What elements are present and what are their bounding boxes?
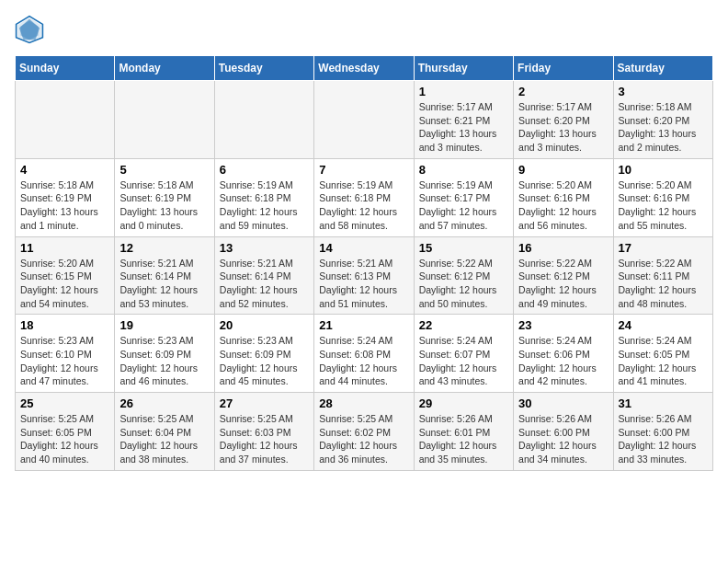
day-number: 27: [220, 396, 309, 410]
day-number: 5: [119, 163, 209, 177]
header-row: SundayMondayTuesdayWednesdayThursdayFrid…: [16, 56, 713, 81]
day-number: 7: [319, 163, 408, 177]
day-info: Sunrise: 5:20 AM Sunset: 6:15 PM Dayligh…: [20, 257, 109, 311]
day-number: 9: [518, 163, 608, 177]
day-cell: 5Sunrise: 5:18 AM Sunset: 6:19 PM Daylig…: [115, 158, 214, 236]
day-cell: 13Sunrise: 5:21 AM Sunset: 6:14 PM Dayli…: [214, 236, 313, 315]
day-cell: 31Sunrise: 5:26 AM Sunset: 6:00 PM Dayli…: [613, 393, 712, 471]
day-info: Sunrise: 5:21 AM Sunset: 6:13 PM Dayligh…: [319, 257, 408, 311]
week-row-3: 11Sunrise: 5:20 AM Sunset: 6:15 PM Dayli…: [16, 236, 713, 315]
day-info: Sunrise: 5:24 AM Sunset: 6:05 PM Dayligh…: [619, 334, 708, 388]
day-number: 6: [220, 163, 309, 177]
day-cell: 24Sunrise: 5:24 AM Sunset: 6:05 PM Dayli…: [613, 315, 712, 393]
day-number: 20: [220, 318, 309, 332]
day-number: 28: [319, 396, 408, 410]
day-cell: 22Sunrise: 5:24 AM Sunset: 6:07 PM Dayli…: [414, 315, 513, 393]
logo: [15, 15, 50, 44]
header-cell-tuesday: Tuesday: [214, 56, 313, 81]
day-info: Sunrise: 5:17 AM Sunset: 6:21 PM Dayligh…: [419, 100, 508, 155]
day-cell: 21Sunrise: 5:24 AM Sunset: 6:08 PM Dayli…: [314, 315, 414, 393]
day-info: Sunrise: 5:24 AM Sunset: 6:07 PM Dayligh…: [419, 334, 508, 388]
day-info: Sunrise: 5:19 AM Sunset: 6:18 PM Dayligh…: [220, 178, 309, 233]
day-number: 8: [419, 163, 508, 177]
day-info: Sunrise: 5:18 AM Sunset: 6:20 PM Dayligh…: [619, 100, 708, 155]
day-cell: 4Sunrise: 5:18 AM Sunset: 6:19 PM Daylig…: [16, 158, 115, 236]
day-cell: 17Sunrise: 5:22 AM Sunset: 6:11 PM Dayli…: [613, 236, 712, 315]
day-number: 26: [119, 396, 209, 410]
day-info: Sunrise: 5:26 AM Sunset: 6:00 PM Dayligh…: [518, 412, 608, 466]
day-number: 19: [119, 318, 209, 332]
day-info: Sunrise: 5:17 AM Sunset: 6:20 PM Dayligh…: [518, 100, 608, 155]
day-number: 15: [419, 241, 508, 255]
day-info: Sunrise: 5:22 AM Sunset: 6:12 PM Dayligh…: [518, 257, 608, 311]
day-cell: 9Sunrise: 5:20 AM Sunset: 6:16 PM Daylig…: [514, 158, 613, 236]
day-number: 11: [20, 241, 109, 255]
day-cell: [16, 81, 115, 159]
day-cell: [115, 81, 214, 159]
day-cell: 16Sunrise: 5:22 AM Sunset: 6:12 PM Dayli…: [514, 236, 613, 315]
day-info: Sunrise: 5:18 AM Sunset: 6:19 PM Dayligh…: [20, 178, 109, 233]
week-row-1: 1Sunrise: 5:17 AM Sunset: 6:21 PM Daylig…: [16, 81, 713, 159]
day-info: Sunrise: 5:22 AM Sunset: 6:11 PM Dayligh…: [619, 257, 708, 311]
day-number: 23: [518, 318, 608, 332]
week-row-2: 4Sunrise: 5:18 AM Sunset: 6:19 PM Daylig…: [16, 158, 713, 236]
week-row-4: 18Sunrise: 5:23 AM Sunset: 6:10 PM Dayli…: [16, 315, 713, 393]
header-cell-wednesday: Wednesday: [314, 56, 414, 81]
day-number: 30: [518, 396, 608, 410]
day-info: Sunrise: 5:21 AM Sunset: 6:14 PM Dayligh…: [220, 257, 309, 311]
day-cell: 14Sunrise: 5:21 AM Sunset: 6:13 PM Dayli…: [314, 236, 414, 315]
header-cell-thursday: Thursday: [414, 56, 513, 81]
day-cell: 8Sunrise: 5:19 AM Sunset: 6:17 PM Daylig…: [414, 158, 513, 236]
day-info: Sunrise: 5:25 AM Sunset: 6:02 PM Dayligh…: [319, 412, 408, 466]
header-cell-monday: Monday: [115, 56, 214, 81]
day-cell: 2Sunrise: 5:17 AM Sunset: 6:20 PM Daylig…: [514, 81, 613, 159]
day-info: Sunrise: 5:23 AM Sunset: 6:09 PM Dayligh…: [220, 334, 309, 388]
day-cell: 27Sunrise: 5:25 AM Sunset: 6:03 PM Dayli…: [214, 393, 313, 471]
day-number: 22: [419, 318, 508, 332]
day-info: Sunrise: 5:23 AM Sunset: 6:09 PM Dayligh…: [119, 334, 209, 388]
day-cell: 20Sunrise: 5:23 AM Sunset: 6:09 PM Dayli…: [214, 315, 313, 393]
day-cell: 12Sunrise: 5:21 AM Sunset: 6:14 PM Dayli…: [115, 236, 214, 315]
day-number: 2: [518, 85, 608, 98]
day-number: 10: [619, 163, 708, 177]
day-number: 17: [619, 241, 708, 255]
day-cell: 26Sunrise: 5:25 AM Sunset: 6:04 PM Dayli…: [115, 393, 214, 471]
day-cell: [214, 81, 313, 159]
day-info: Sunrise: 5:20 AM Sunset: 6:16 PM Dayligh…: [518, 178, 608, 233]
day-cell: 18Sunrise: 5:23 AM Sunset: 6:10 PM Dayli…: [16, 315, 115, 393]
day-number: 1: [419, 85, 508, 98]
day-info: Sunrise: 5:19 AM Sunset: 6:17 PM Dayligh…: [419, 178, 508, 233]
header-cell-sunday: Sunday: [16, 56, 115, 81]
day-info: Sunrise: 5:24 AM Sunset: 6:08 PM Dayligh…: [319, 334, 408, 388]
day-number: 31: [619, 396, 708, 410]
day-info: Sunrise: 5:25 AM Sunset: 6:03 PM Dayligh…: [220, 412, 309, 466]
day-info: Sunrise: 5:19 AM Sunset: 6:18 PM Dayligh…: [319, 178, 408, 233]
calendar-body: 1Sunrise: 5:17 AM Sunset: 6:21 PM Daylig…: [16, 81, 713, 471]
day-number: 3: [619, 85, 708, 98]
week-row-5: 25Sunrise: 5:25 AM Sunset: 6:05 PM Dayli…: [16, 393, 713, 471]
day-cell: 28Sunrise: 5:25 AM Sunset: 6:02 PM Dayli…: [314, 393, 414, 471]
day-cell: [314, 81, 414, 159]
day-number: 29: [419, 396, 508, 410]
day-info: Sunrise: 5:23 AM Sunset: 6:10 PM Dayligh…: [20, 334, 109, 388]
day-cell: 7Sunrise: 5:19 AM Sunset: 6:18 PM Daylig…: [314, 158, 414, 236]
day-number: 16: [518, 241, 608, 255]
day-number: 13: [220, 241, 309, 255]
day-number: 24: [619, 318, 708, 332]
day-info: Sunrise: 5:25 AM Sunset: 6:04 PM Dayligh…: [119, 412, 209, 466]
day-number: 21: [319, 318, 408, 332]
day-cell: 6Sunrise: 5:19 AM Sunset: 6:18 PM Daylig…: [214, 158, 313, 236]
day-info: Sunrise: 5:18 AM Sunset: 6:19 PM Dayligh…: [119, 178, 209, 233]
day-info: Sunrise: 5:25 AM Sunset: 6:05 PM Dayligh…: [20, 412, 109, 466]
header-cell-saturday: Saturday: [613, 56, 712, 81]
day-info: Sunrise: 5:26 AM Sunset: 6:01 PM Dayligh…: [419, 412, 508, 466]
day-number: 18: [20, 318, 109, 332]
day-number: 12: [119, 241, 209, 255]
day-number: 14: [319, 241, 408, 255]
page-header: [15, 15, 713, 44]
day-info: Sunrise: 5:24 AM Sunset: 6:06 PM Dayligh…: [518, 334, 608, 388]
day-cell: 3Sunrise: 5:18 AM Sunset: 6:20 PM Daylig…: [613, 81, 712, 159]
header-cell-friday: Friday: [514, 56, 613, 81]
day-cell: 23Sunrise: 5:24 AM Sunset: 6:06 PM Dayli…: [514, 315, 613, 393]
calendar-table: SundayMondayTuesdayWednesdayThursdayFrid…: [15, 55, 713, 471]
